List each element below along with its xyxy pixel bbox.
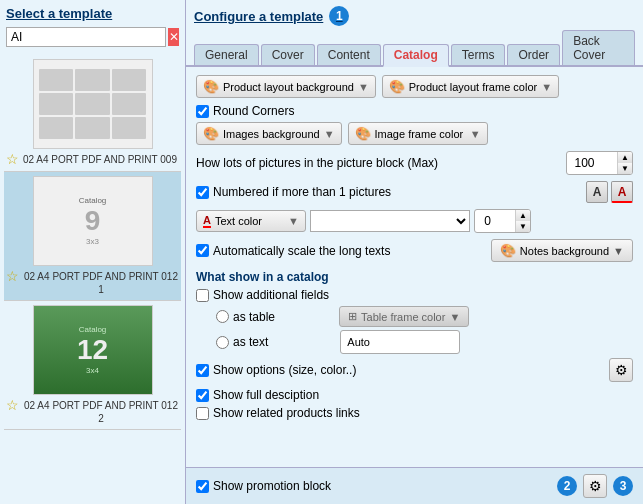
spin-down-button[interactable]: ▼ xyxy=(618,163,632,174)
dropdown-arrow-5-icon: ▼ xyxy=(288,215,299,227)
star-icon: ☆ xyxy=(6,397,19,413)
max-pictures-row: How lots of pictures in the picture bloc… xyxy=(196,151,633,175)
text-color-value-group: ▲ ▼ xyxy=(474,209,531,233)
tab-back-cover[interactable]: Back Cover xyxy=(562,30,635,65)
as-text-row: as text Auto xyxy=(216,330,633,354)
left-panel-title: Select a template xyxy=(0,0,185,25)
max-pictures-label: How lots of pictures in the picture bloc… xyxy=(196,156,560,170)
product-layout-frame-color-button[interactable]: 🎨 Product layout frame color ▼ xyxy=(382,75,559,98)
show-full-desc-label: Show full desciption xyxy=(213,388,319,402)
what-show-title: What show in a catalog xyxy=(196,270,633,284)
bottom-bar: Show promotion block 2 ⚙ 3 xyxy=(186,467,643,504)
max-pictures-input[interactable] xyxy=(567,154,617,172)
show-related-checkbox[interactable] xyxy=(196,407,209,420)
numbered-checkbox-row: Numbered if more than 1 pictures xyxy=(196,185,391,199)
spin-down-2-button[interactable]: ▼ xyxy=(516,221,530,232)
template-thumb xyxy=(33,59,153,149)
show-options-row: Show options (size, color..) ⚙ xyxy=(196,358,633,382)
dropdown-arrow-icon: ▼ xyxy=(358,81,369,93)
as-table-label: as table xyxy=(233,310,275,324)
as-text-select[interactable]: Auto xyxy=(340,330,460,354)
dropdown-arrow-2-icon: ▼ xyxy=(541,81,552,93)
notes-paint-icon: 🎨 xyxy=(500,243,516,258)
round-corners-label: Round Corners xyxy=(213,104,294,118)
table-frame-color-button[interactable]: ⊞ Table frame color ▼ xyxy=(339,306,469,327)
show-options-checkbox[interactable] xyxy=(196,364,209,377)
spin-up-button[interactable]: ▲ xyxy=(618,152,632,163)
font-bold-button[interactable]: A xyxy=(586,181,608,203)
thumb-grid-icon xyxy=(39,69,145,139)
as-table-radio[interactable] xyxy=(216,310,229,323)
show-additional-checkbox[interactable] xyxy=(196,289,209,302)
table-frame-color-label: Table frame color xyxy=(361,311,445,323)
list-item[interactable]: Catalog 12 3x4 ☆ 02 A4 PORT PDF AND PRIN… xyxy=(4,301,181,430)
search-clear-button[interactable]: ✕ xyxy=(168,28,179,46)
round-corners-checkbox[interactable] xyxy=(196,105,209,118)
show-additional-row: Show additional fields xyxy=(196,288,633,302)
template-label: 02 A4 PORT PDF AND PRINT 012 1 xyxy=(23,270,179,296)
right-panel-header: Configure a template 1 xyxy=(186,0,643,30)
search-input[interactable] xyxy=(6,27,166,47)
as-text-label: as text xyxy=(233,335,268,349)
auto-scale-label: Automatically scale the long texts xyxy=(213,244,390,258)
product-layout-row: 🎨 Product layout background ▼ 🎨 Product … xyxy=(196,75,633,98)
tab-order[interactable]: Order xyxy=(507,44,560,65)
spin-buttons: ▲ ▼ xyxy=(617,152,632,174)
table-frame-icon: ⊞ xyxy=(348,310,357,323)
star-icon: ☆ xyxy=(6,268,19,284)
as-table-row: as table ⊞ Table frame color ▼ xyxy=(216,306,633,327)
images-background-button[interactable]: 🎨 Images background ▼ xyxy=(196,122,342,145)
auto-scale-checkbox[interactable] xyxy=(196,244,209,257)
text-a-icon: A xyxy=(203,214,211,228)
show-options-checkbox-row: Show options (size, color..) xyxy=(196,363,356,377)
list-item[interactable]: ☆ 02 A4 PORT PDF AND PRINT 009 xyxy=(4,55,181,172)
show-related-label: Show related products links xyxy=(213,406,360,420)
product-layout-frame-label: Product layout frame color xyxy=(409,81,537,93)
product-layout-background-button[interactable]: 🎨 Product layout background ▼ xyxy=(196,75,376,98)
tab-content[interactable]: Content xyxy=(317,44,381,65)
show-options-gear-button[interactable]: ⚙ xyxy=(609,358,633,382)
template-label-row: ☆ 02 A4 PORT PDF AND PRINT 012 2 xyxy=(6,397,179,425)
paint-images-icon: 🎨 xyxy=(203,126,219,141)
auto-scale-checkbox-row: Automatically scale the long texts xyxy=(196,244,390,258)
right-panel: Configure a template 1 General Cover Con… xyxy=(186,0,643,504)
tab-catalog[interactable]: Catalog xyxy=(383,44,449,67)
table-frame-arrow-icon: ▼ xyxy=(449,311,460,323)
show-promotion-checkbox[interactable] xyxy=(196,480,209,493)
show-promotion-label: Show promotion block xyxy=(213,479,331,493)
paint-icon: 🎨 xyxy=(203,79,219,94)
show-options-label: Show options (size, color..) xyxy=(213,363,356,377)
promotion-gear-button[interactable]: ⚙ xyxy=(583,474,607,498)
tab-terms[interactable]: Terms xyxy=(451,44,506,65)
text-color-select[interactable] xyxy=(310,210,470,232)
font-style-buttons: A A xyxy=(586,181,633,203)
text-color-label: Text color xyxy=(215,215,262,227)
text-color-value-input[interactable] xyxy=(475,212,515,230)
tab-general[interactable]: General xyxy=(194,44,259,65)
notes-arrow-icon: ▼ xyxy=(613,245,624,257)
text-color-button[interactable]: A Text color ▼ xyxy=(196,210,306,232)
font-color-button[interactable]: A xyxy=(611,181,633,203)
as-text-radio[interactable] xyxy=(216,336,229,349)
images-background-label: Images background xyxy=(223,128,320,140)
dropdown-arrow-4-icon: ▼ xyxy=(470,128,481,140)
promotion-gear-icon: ⚙ xyxy=(589,478,602,494)
tab-cover[interactable]: Cover xyxy=(261,44,315,65)
list-item[interactable]: Catalog 9 3x3 ☆ 02 A4 PORT PDF AND PRINT… xyxy=(4,172,181,301)
badge-3: 3 xyxy=(613,476,633,496)
notes-background-button[interactable]: 🎨 Notes background ▼ xyxy=(491,239,633,262)
round-corners-row: Round Corners xyxy=(196,104,633,118)
show-full-desc-row: Show full desciption xyxy=(196,388,633,402)
notes-background-label: Notes background xyxy=(520,245,609,257)
thumb-catalog-icon: Catalog 9 3x3 xyxy=(34,177,152,265)
spin-up-2-button[interactable]: ▲ xyxy=(516,210,530,221)
show-full-desc-checkbox[interactable] xyxy=(196,389,209,402)
template-thumb: Catalog 9 3x3 xyxy=(33,176,153,266)
numbered-checkbox[interactable] xyxy=(196,186,209,199)
max-pictures-input-group: ▲ ▼ xyxy=(566,151,633,175)
image-frame-color-button[interactable]: 🎨 Image frame color ▼ xyxy=(348,122,488,145)
template-label-row: ☆ 02 A4 PORT PDF AND PRINT 012 1 xyxy=(6,268,179,296)
badge-2: 2 xyxy=(557,476,577,496)
images-background-row: 🎨 Images background ▼ 🎨 Image frame colo… xyxy=(196,122,633,145)
show-additional-label: Show additional fields xyxy=(213,288,329,302)
